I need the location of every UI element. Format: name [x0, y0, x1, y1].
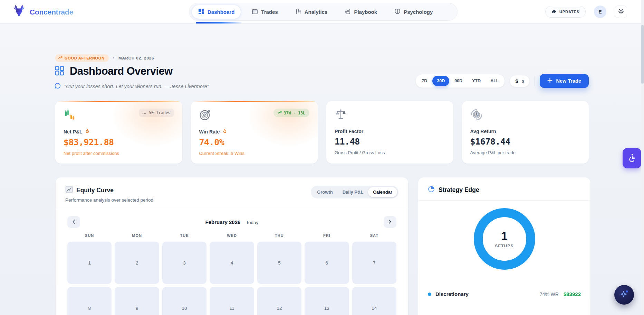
stat-value: 11.48 — [335, 137, 445, 147]
divider — [535, 76, 535, 86]
card-top: 50 Trades — [64, 109, 174, 125]
range-90d[interactable]: 90D — [450, 76, 467, 86]
range-ytd[interactable]: YTD — [468, 76, 485, 86]
candlestick-icon — [295, 8, 301, 16]
day-header: TUE — [162, 233, 206, 238]
stat-label: Profit Factor — [335, 129, 445, 134]
dashboard-grid-icon — [198, 8, 204, 16]
overview-grid-icon — [55, 66, 65, 77]
calendar-day-cell[interactable]: 4 — [210, 242, 254, 284]
trend-up-small-icon — [278, 110, 282, 115]
card-top — [335, 109, 445, 125]
tab-calendar[interactable]: Calendar — [368, 187, 397, 197]
page-title: Dashboard Overview — [70, 65, 173, 77]
calendar-day-cell[interactable]: 8 — [67, 287, 112, 315]
stat-label: Avg Return — [470, 129, 581, 134]
megaphone-icon — [551, 9, 556, 15]
tab-playbook[interactable]: Playbook — [338, 5, 383, 19]
page-scrollbar[interactable] — [641, 0, 644, 315]
stat-subtitle: Gross Profit / Gross Loss — [335, 150, 445, 155]
dots-horizontal-icon — [142, 110, 146, 115]
tab-label: Trades — [261, 9, 278, 15]
greeting-badge: GOOD AFTERNOON — [55, 54, 109, 62]
win-rate-card[interactable]: 37W - 13L Win Rate 74.0% Current Streak:… — [191, 101, 318, 164]
calendar-day-cell[interactable]: 14 — [352, 287, 396, 315]
calendar-day-cell[interactable]: 1 — [67, 242, 112, 284]
notebook-icon — [345, 8, 351, 16]
flame-icon — [85, 129, 90, 135]
range-7d[interactable]: 7D — [417, 76, 432, 86]
chevron-right-icon — [387, 219, 392, 225]
dashboard-page: Concentrade Dashboard — [0, 0, 644, 315]
legend-win-rate: 74% WR — [540, 291, 559, 297]
calendar-day-cell[interactable]: 2 — [115, 242, 159, 284]
equity-curve-subtitle: Performance analysis over selected perio… — [65, 197, 153, 203]
stat-label: Win Rate — [199, 129, 310, 135]
legend-row[interactable]: Discretionary 74% WR $83922 — [428, 291, 581, 297]
tab-analytics[interactable]: Analytics — [289, 5, 334, 19]
card-top: $ — [470, 109, 581, 125]
chevron-left-icon — [71, 219, 76, 225]
equity-curve-header: Equity Curve Performance analysis over s… — [56, 177, 408, 209]
net-pnl-card[interactable]: 50 Trades Net P&L $83,921.88 Net profit … — [55, 101, 182, 164]
range-all[interactable]: ALL — [486, 76, 503, 86]
current-date: MARCH 02, 2026 — [118, 56, 154, 60]
calendar-icon — [252, 8, 258, 16]
quote-row: "Cut your losses short. Let your winners… — [55, 83, 209, 90]
setups-count: 1 — [501, 230, 508, 242]
avg-return-card[interactable]: $ Avg Return $1678.44 Average P&L per tr… — [462, 101, 589, 164]
active-tab-indicator — [196, 22, 242, 24]
title-row: Dashboard Overview — [55, 65, 173, 77]
calendar-day-cell[interactable]: 11 — [210, 287, 254, 315]
coin-icon: $ — [470, 109, 483, 122]
tab-psychology[interactable]: Psychology — [388, 5, 439, 19]
stat-value: 74.0% — [199, 137, 310, 147]
win-loss-badge: 37W - 13L — [273, 109, 309, 117]
calendar-day-cell[interactable]: 9 — [115, 287, 159, 315]
stat-label: Net P&L — [64, 129, 174, 135]
stat-subtitle: Average P&L per trade — [470, 150, 581, 155]
target-icon — [199, 109, 212, 122]
calendar-day-cell[interactable]: 10 — [162, 287, 206, 315]
profit-factor-card[interactable]: Profit Factor 11.48 Gross Profit / Gross… — [326, 101, 453, 164]
badge-text: 37W - 13L — [284, 111, 305, 115]
equity-curve-title: Equity Curve — [76, 187, 114, 194]
tab-daily-pnl[interactable]: Daily P&L — [338, 187, 368, 197]
currency-toggle[interactable]: $ $ — [510, 75, 530, 87]
calendar-day-cell[interactable]: 13 — [305, 287, 349, 315]
calendar-day-cell[interactable]: 3 — [162, 242, 206, 284]
prev-month-button[interactable] — [67, 216, 80, 228]
greeting-row: GOOD AFTERNOON • MARCH 02, 2026 — [55, 54, 154, 62]
tab-growth[interactable]: Growth — [312, 187, 338, 197]
today-button[interactable]: Today — [246, 220, 258, 225]
calendar-day-cell[interactable]: 6 — [305, 242, 349, 284]
theme-toggle-button[interactable] — [615, 6, 627, 18]
calendar-nav: February 2026 Today — [56, 209, 408, 232]
tab-dashboard[interactable]: Dashboard — [192, 5, 241, 19]
tab-trades[interactable]: Trades — [246, 5, 284, 19]
calendar-day-cell[interactable]: 7 — [352, 242, 396, 284]
calendar-day-cell[interactable]: 5 — [257, 242, 301, 284]
brand-name: Concentrade — [30, 8, 73, 16]
ai-assistant-button[interactable] — [614, 285, 634, 305]
calendar-day-cell[interactable]: 12 — [257, 287, 301, 315]
accessibility-button[interactable] — [623, 148, 641, 168]
tab-label: Playbook — [354, 9, 377, 15]
scrollbar-thumb[interactable] — [641, 25, 644, 84]
svg-text:$: $ — [475, 113, 478, 117]
day-header: FRI — [305, 233, 349, 238]
new-trade-button[interactable]: New Trade — [540, 74, 589, 88]
next-month-button[interactable] — [384, 216, 396, 228]
range-30d[interactable]: 30D — [432, 76, 449, 86]
separator-dot: • — [113, 56, 114, 61]
brand[interactable]: Concentrade — [12, 5, 73, 19]
greeting-text: GOOD AFTERNOON — [65, 56, 105, 60]
strategy-edge-header: Strategy Edge — [418, 177, 590, 201]
nav-right-cluster: UPDATES E — [545, 6, 627, 18]
filter-controls: 7D 30D 90D YTD ALL $ $ New Trade — [415, 74, 589, 88]
day-header: WED — [210, 233, 254, 238]
updates-label: UPDATES — [559, 10, 579, 14]
user-avatar[interactable]: E — [594, 6, 606, 18]
calendar-month-label: February 2026 — [205, 219, 241, 225]
updates-button[interactable]: UPDATES — [545, 6, 586, 18]
